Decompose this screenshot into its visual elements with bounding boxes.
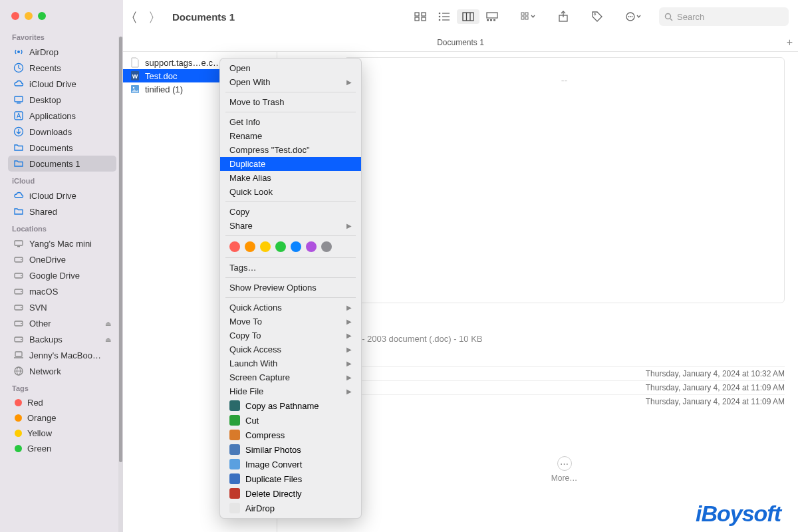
menu-item-screen-capture[interactable]: Screen Capture▶ [220, 370, 361, 384]
sidebar-item-svn[interactable]: SVN [8, 299, 116, 315]
menu-item-cut[interactable]: Cut [220, 413, 361, 428]
menu-item-move-to[interactable]: Move To▶ [220, 315, 361, 329]
sidebar-item-desktop[interactable]: Desktop [8, 92, 116, 108]
sidebar-item-orange[interactable]: Orange [8, 410, 116, 426]
menu-item-delete-directly[interactable]: Delete Directly [220, 486, 361, 501]
sidebar-item-jenny-s-macboo-[interactable]: Jenny's MacBoo… [8, 347, 116, 363]
zoom-window-button[interactable] [38, 12, 46, 20]
back-button[interactable]: 〈 [132, 10, 136, 24]
sidebar-item-label: SVN [29, 303, 47, 313]
sidebar-item-yang-s-mac-mini[interactable]: Yang's Mac mini [8, 235, 116, 251]
menu-item-share[interactable]: Share▶ [220, 219, 361, 233]
sidebar-scrollbar[interactable] [118, 37, 123, 532]
search-input[interactable]: Search [659, 7, 789, 26]
add-tags-field[interactable]: d Tags… [299, 434, 785, 443]
sidebar-item-other[interactable]: Other⏏ [8, 315, 116, 331]
menu-item-duplicate[interactable]: Duplicate [220, 157, 361, 171]
list-view-button[interactable] [433, 9, 456, 24]
group-button[interactable] [515, 9, 541, 24]
menu-item-duplicate-files[interactable]: Duplicate Files [220, 471, 361, 486]
sidebar-item-macos[interactable]: macOS [8, 283, 116, 299]
sidebar-item-red[interactable]: Red [8, 395, 116, 410]
menu-item-compress-test-doc-[interactable]: Compress "Test.doc" [220, 143, 361, 157]
sidebar-item-label: Downloads [29, 127, 72, 137]
menu-item-copy[interactable]: Copy [220, 205, 361, 219]
svg-point-12 [21, 275, 22, 277]
menu-item-make-alias[interactable]: Make Alias [220, 171, 361, 185]
menu-item-airdrop[interactable]: AirDrop [220, 501, 361, 515]
tag-color-button[interactable] [229, 241, 240, 252]
sidebar-item-label: Jenny's MacBoo… [29, 350, 101, 360]
menu-item-open-with[interactable]: Open With▶ [220, 75, 361, 89]
menu-item-get-info[interactable]: Get Info [220, 115, 361, 129]
new-tab-button[interactable]: + [787, 37, 793, 49]
tags-button[interactable] [586, 8, 608, 25]
sidebar-item-network[interactable]: Network [8, 363, 116, 379]
menu-item-quick-access[interactable]: Quick Access▶ [220, 342, 361, 356]
tag-dot-icon [15, 445, 22, 452]
svg-point-0 [17, 51, 20, 53]
sidebar-item-documents[interactable]: Documents [8, 140, 116, 156]
menu-item-hide-file[interactable]: Hide File▶ [220, 384, 361, 398]
sidebar-item-label: Backups [29, 334, 63, 344]
sidebar-item-icloud-drive[interactable]: iCloud Drive [8, 188, 116, 203]
tag-color-button[interactable] [260, 241, 271, 252]
info-row: difiedThursday, January 4, 2024 at 11:09… [299, 380, 785, 394]
minimize-window-button[interactable] [25, 12, 33, 20]
menu-item-move-to-trash[interactable]: Move to Trash [220, 95, 361, 109]
sidebar-item-shared[interactable]: Shared [8, 203, 116, 219]
chevron-right-icon: ▶ [346, 332, 352, 339]
menu-item-similar-photos[interactable]: Similar Photos [220, 442, 361, 457]
tag-color-button[interactable] [291, 241, 301, 252]
sidebar-item-downloads[interactable]: Downloads [8, 124, 116, 140]
menu-item-rename[interactable]: Rename [220, 129, 361, 143]
gallery-view-button[interactable] [481, 9, 503, 24]
path-bar-title[interactable]: Documents 1 [437, 38, 484, 47]
sidebar-item-label: iCloud Drive [29, 191, 76, 201]
tag-color-button[interactable] [306, 241, 317, 252]
menu-item-launch-with[interactable]: Launch With▶ [220, 356, 361, 370]
info-value: Thursday, January 4, 2024 at 10:32 AM [646, 369, 785, 378]
sidebar-item-label: Recents [29, 63, 61, 73]
sidebar-item-applications[interactable]: AApplications [8, 108, 116, 124]
menu-item-tags-[interactable]: Tags… [220, 261, 361, 275]
sidebar-item-label: AirDrop [29, 47, 59, 57]
menu-item-compress[interactable]: Compress [220, 428, 361, 442]
sidebar-item-label: Yang's Mac mini [29, 239, 92, 249]
eject-icon[interactable]: ⏏ [105, 320, 111, 327]
globe-icon [13, 366, 24, 376]
sidebar-item-documents-1[interactable]: Documents 1 [8, 156, 116, 172]
sidebar-item-airdrop[interactable]: AirDrop [8, 44, 116, 60]
column-view-button[interactable] [457, 9, 479, 24]
tag-color-button[interactable] [321, 241, 332, 252]
downloads-icon [13, 126, 24, 137]
sidebar-item-yellow[interactable]: Yellow [8, 426, 116, 441]
menu-item-quick-actions[interactable]: Quick Actions▶ [220, 301, 361, 315]
tag-color-button[interactable] [275, 241, 286, 252]
close-window-button[interactable] [11, 12, 19, 20]
sidebar-item-google-drive[interactable]: Google Drive [8, 267, 116, 283]
icon-view-button[interactable] [409, 9, 432, 24]
forward-button[interactable]: 〉 [150, 10, 154, 24]
menu-item-show-preview-options[interactable]: Show Preview Options [220, 281, 361, 295]
folder-icon [13, 206, 24, 217]
share-button[interactable] [553, 8, 574, 25]
menu-item-label: Tags… [229, 263, 256, 273]
menu-item-quick-look[interactable]: Quick Look [220, 185, 361, 199]
sidebar-item-onedrive[interactable]: OneDrive [8, 251, 116, 267]
sidebar-item-label: Yellow [27, 428, 52, 438]
menu-item-label: Quick Access [229, 344, 281, 354]
sidebar-item-recents[interactable]: Recents [8, 60, 116, 76]
sidebar-item-green[interactable]: Green [8, 441, 116, 456]
eject-icon[interactable]: ⏏ [105, 336, 111, 343]
menu-item-copy-to[interactable]: Copy To▶ [220, 329, 361, 342]
menu-item-image-convert[interactable]: Image Convert [220, 457, 361, 471]
sidebar-item-backups[interactable]: Backups⏏ [8, 331, 116, 347]
menu-item-open[interactable]: Open [220, 61, 361, 75]
sidebar-item-icloud-drive[interactable]: iCloud Drive [8, 76, 116, 92]
computer-icon [13, 238, 24, 249]
menu-item-copy-as-pathname[interactable]: Copy as Pathname [220, 398, 361, 413]
more-button[interactable]: ⋯ More… [551, 456, 577, 483]
action-button[interactable] [620, 9, 647, 24]
tag-color-button[interactable] [245, 241, 255, 252]
